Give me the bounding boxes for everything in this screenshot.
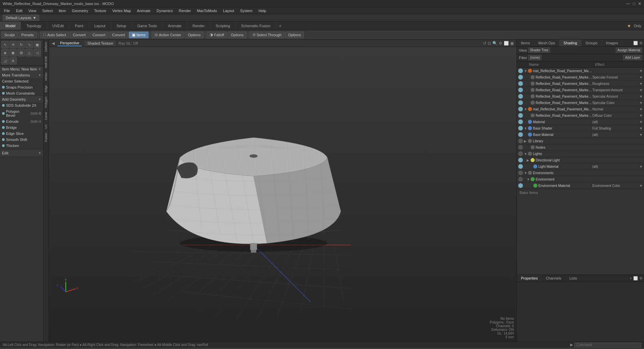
command-arrow-icon[interactable]: ▶ — [570, 343, 573, 347]
bake-items[interactable]: Bake Items — [517, 189, 644, 196]
mesh-constraints-item[interactable]: Mesh Constraints — [0, 90, 43, 96]
side-tab-curve[interactable]: Curve — [44, 110, 49, 122]
sr-menu-3[interactable]: ▼ — [639, 88, 643, 92]
sr-vis-8[interactable] — [518, 119, 523, 124]
sr-menu-7[interactable]: ▼ — [639, 114, 643, 117]
sr-menu-2[interactable]: ▼ — [639, 82, 643, 86]
shader-row-17[interactable]: ▼ Environment — [517, 176, 644, 183]
viewport-nav-left[interactable]: ◀ — [52, 41, 55, 46]
viewport-zoom-icon[interactable]: 🔍 — [492, 41, 497, 46]
sr-vis-0[interactable] — [518, 68, 523, 73]
tool-falloff7-icon[interactable]: ◿ — [1, 57, 9, 64]
tab-uvedit[interactable]: UVEdit — [47, 21, 69, 30]
rpanel-tab-images[interactable]: Images — [602, 40, 623, 46]
tab-model[interactable]: Model — [0, 21, 21, 30]
menu-layout[interactable]: Layout — [220, 8, 237, 13]
sr-expand-17[interactable]: ▼ — [527, 178, 531, 181]
tool-rotate-icon[interactable]: ↻ — [17, 41, 25, 48]
tool-falloff6-icon[interactable]: ◁ — [34, 49, 41, 56]
tab-topology[interactable]: Topology — [21, 21, 47, 30]
menu-system[interactable]: System — [237, 8, 255, 13]
polygon-bevel-item[interactable]: Polygon Bevel Shift+B — [0, 108, 43, 118]
window-controls[interactable]: — □ ✕ — [626, 1, 641, 6]
rpanel-tab-groups[interactable]: Groups — [581, 40, 602, 46]
maximize-btn[interactable]: □ — [633, 1, 635, 6]
shader-row-2[interactable]: Reflective_Road_Pavement_Marker_geo1_...… — [517, 81, 644, 87]
shader-row-4[interactable]: Reflective_Road_Pavement_Marker_geo1_...… — [517, 93, 644, 100]
props-settings-icon[interactable]: ⚙ — [639, 276, 643, 281]
props-tab-channels[interactable]: Channels — [542, 275, 565, 282]
presets-btn[interactable]: Presets — [18, 32, 37, 38]
menu-view[interactable]: View — [26, 8, 39, 13]
sr-expand-0[interactable]: ▼ — [524, 69, 528, 73]
select-through-btn[interactable]: ⊙ Select Through — [250, 32, 284, 38]
close-btn[interactable]: ✕ — [638, 1, 641, 6]
sr-menu-8[interactable]: ▼ — [639, 120, 643, 124]
auto-select-btn[interactable]: ☐ Auto Select — [40, 32, 69, 38]
items-btn[interactable]: ▣ Items — [129, 32, 149, 38]
shader-row-3[interactable]: Reflective_Road_Pavement_Marker_geo1_...… — [517, 87, 644, 93]
menu-render[interactable]: Render — [176, 8, 194, 13]
add-layer-btn[interactable]: Add Layer — [623, 55, 642, 60]
side-tab-polygon[interactable]: Polygon — [44, 94, 49, 110]
sr-vis-3[interactable] — [518, 88, 523, 92]
sr-vis-11[interactable] — [518, 139, 523, 143]
tab-paint[interactable]: Paint — [69, 21, 89, 30]
sr-menu-18[interactable]: ▼ — [639, 184, 643, 188]
convert-btn-3[interactable]: Convert — [109, 32, 128, 38]
filter-dropdown[interactable]: (none) — [528, 55, 541, 60]
menu-dynamics[interactable]: Dynamics — [154, 8, 175, 13]
sr-vis-14[interactable] — [518, 158, 523, 162]
sr-expand-13[interactable]: ▼ — [524, 152, 528, 156]
sr-vis-1[interactable] — [518, 75, 523, 80]
add-tab-btn[interactable]: + — [276, 22, 284, 30]
shader-row-1[interactable]: Reflective_Road_Pavement_Marker_geo1_...… — [517, 74, 644, 81]
falloff-btn[interactable]: ◑ Falloff — [207, 32, 227, 38]
action-center-btn[interactable]: ◎ Action Center — [152, 32, 184, 38]
sr-vis-4[interactable] — [518, 94, 523, 99]
minimize-btn[interactable]: — — [626, 1, 630, 6]
bridge-item[interactable]: Bridge — [0, 124, 43, 131]
sr-vis-13[interactable] — [518, 151, 523, 156]
rpanel-tab-meshops[interactable]: Mesh Ops — [534, 40, 559, 46]
select-through-options-btn[interactable]: Options — [285, 32, 304, 38]
menu-help[interactable]: Help — [256, 8, 269, 13]
menu-texture[interactable]: Texture — [92, 8, 109, 13]
tool-move-icon[interactable]: ✛ — [9, 41, 17, 48]
side-tab-fusion[interactable]: Fusion — [44, 131, 49, 144]
viewport-fit-icon[interactable]: ⊡ — [488, 41, 491, 46]
snaps-precision-item[interactable]: Snaps Precision — [0, 84, 43, 90]
sr-menu-9[interactable]: ▼ — [639, 127, 643, 130]
convert-btn-1[interactable]: Convert — [70, 32, 89, 38]
sr-vis-5[interactable] — [518, 100, 523, 105]
layout-dropdown[interactable]: Default Layouts ▼ — [3, 15, 39, 21]
menu-edit[interactable]: Edit — [13, 8, 25, 13]
sr-expand-14[interactable]: ▶ — [527, 158, 531, 162]
tool-falloff1-icon[interactable]: ▣ — [34, 41, 41, 48]
sr-vis-9[interactable] — [518, 126, 523, 131]
falloff-options-btn[interactable]: Options — [228, 32, 247, 38]
tab-scripting[interactable]: Scripting — [210, 21, 236, 30]
sr-menu-6[interactable]: ▼ — [639, 107, 643, 111]
sr-vis-6[interactable] — [518, 107, 523, 111]
sr-vis-10[interactable] — [518, 132, 523, 137]
action-options-btn[interactable]: Options — [185, 32, 204, 38]
shader-row-12[interactable]: Nodes — [517, 144, 644, 151]
tool-scale-icon[interactable]: ⤡ — [25, 41, 33, 48]
sr-vis-16[interactable] — [518, 170, 523, 175]
tool-falloff8-icon[interactable]: A — [9, 57, 17, 64]
tool-select-icon[interactable]: ↖ — [1, 41, 9, 48]
sr-vis-17[interactable] — [518, 177, 523, 182]
props-tab-properties[interactable]: Properties — [517, 275, 542, 282]
sr-expand-9[interactable]: ▼ — [524, 127, 528, 130]
thicken-item[interactable]: Thicken — [0, 143, 43, 149]
side-tab-uv[interactable]: UV — [44, 122, 49, 131]
props-expand-icon[interactable]: ⬜ — [633, 276, 638, 281]
center-selected-item[interactable]: Center Selected — [0, 78, 43, 84]
tab-layout[interactable]: Layout — [89, 21, 111, 30]
shader-row-10[interactable]: Base Material (all) ▼ — [517, 132, 644, 138]
add-geometry-header[interactable]: Add Geometry ▼ — [0, 96, 43, 102]
menu-file[interactable]: File — [1, 8, 13, 13]
more-transforms-header[interactable]: More Transforms ▼ — [0, 72, 43, 78]
viewport-canvas[interactable]: X Y Z No Items Polygons : Face Channels:… — [49, 47, 517, 342]
